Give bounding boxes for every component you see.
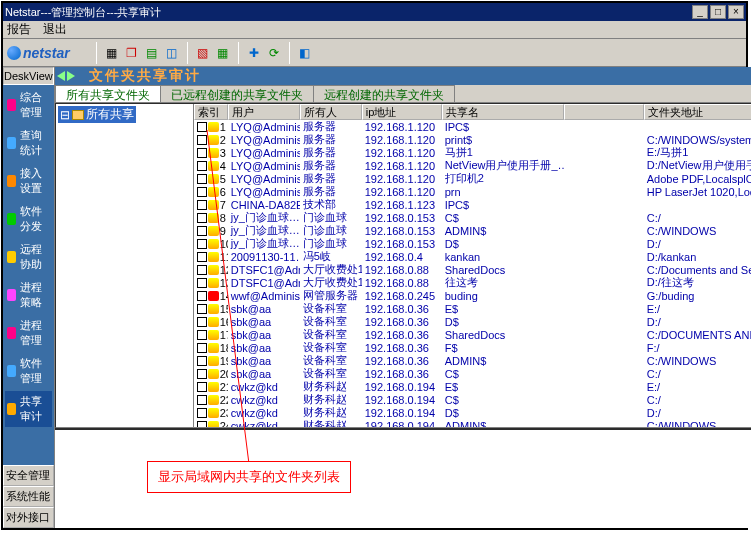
- column-header-2[interactable]: 所有人: [300, 104, 362, 120]
- row-checkbox[interactable]: [197, 161, 207, 171]
- toolbar-btn-5[interactable]: ▧: [194, 44, 212, 62]
- cell-share: C$: [442, 394, 564, 406]
- row-checkbox[interactable]: [197, 213, 207, 223]
- cell-ip: 192.168.1.120: [362, 173, 442, 185]
- row-checkbox[interactable]: [197, 135, 207, 145]
- row-checkbox[interactable]: [197, 148, 207, 158]
- cell-user: DTSFC1@Admi…: [228, 264, 300, 276]
- nav-left-icon[interactable]: [57, 71, 65, 81]
- row-checkbox[interactable]: [197, 343, 207, 353]
- cell-ip: 192.168.0.194: [362, 394, 442, 406]
- row-icon: [208, 148, 219, 158]
- row-checkbox[interactable]: [197, 317, 207, 327]
- row-checkbox[interactable]: [197, 174, 207, 184]
- row-checkbox[interactable]: [197, 408, 207, 418]
- sidebar-item-8[interactable]: 共享审计: [5, 391, 52, 427]
- row-checkbox[interactable]: [197, 239, 207, 249]
- table-row[interactable]: 16sbk@aa设备科室192.168.0.36D$D:/: [194, 315, 751, 328]
- cell-path: HP LaserJet 1020,LocalsplOnly: [644, 186, 751, 198]
- row-checkbox[interactable]: [197, 200, 207, 210]
- row-icon: [208, 187, 219, 197]
- nav-right-icon[interactable]: [67, 71, 75, 81]
- sidebar-item-1[interactable]: 查询统计: [5, 125, 52, 161]
- table-row[interactable]: 15sbk@aa设备科室192.168.0.36E$E:/: [194, 302, 751, 315]
- tab-1[interactable]: 已远程创建的共享文件夹: [160, 85, 314, 102]
- table-row[interactable]: 5LYQ@Adminis…服务器192.168.1.120打印机2Adobe P…: [194, 172, 751, 185]
- cell-ip: 192.168.0.245: [362, 290, 442, 302]
- sidebar-item-3[interactable]: 软件分发: [5, 201, 52, 237]
- cell-path: D:/往这考: [644, 275, 751, 290]
- row-checkbox[interactable]: [197, 395, 207, 405]
- row-checkbox[interactable]: [197, 122, 207, 132]
- row-checkbox[interactable]: [197, 421, 207, 428]
- row-checkbox[interactable]: [197, 304, 207, 314]
- table-row[interactable]: 10jy_门诊血球…门诊血球192.168.0.153D$D:/: [194, 237, 751, 250]
- sidebar-item-2[interactable]: 接入设置: [5, 163, 52, 199]
- table-row[interactable]: 18sbk@aa设备科室192.168.0.36F$F:/: [194, 341, 751, 354]
- column-header-3[interactable]: ip地址: [362, 104, 442, 120]
- toolbar-btn-1[interactable]: ▦: [103, 44, 121, 62]
- row-icon: [208, 408, 219, 418]
- toolbar-btn-6[interactable]: ▦: [214, 44, 232, 62]
- row-checkbox[interactable]: [197, 226, 207, 236]
- tab-0[interactable]: 所有共享文件夹: [55, 85, 161, 102]
- column-header-0[interactable]: 索引: [194, 104, 228, 120]
- column-header-6[interactable]: 文件夹地址: [644, 104, 751, 120]
- table-row[interactable]: 1LYQ@Adminis…服务器192.168.1.120IPC$: [194, 120, 751, 133]
- maximize-button[interactable]: □: [710, 5, 726, 19]
- table-row[interactable]: 23cwkz@kd财务科赵192.168.0.194D$D:/: [194, 406, 751, 419]
- column-header-4[interactable]: 共享名: [442, 104, 564, 120]
- sidebar-bottom-btn-1[interactable]: 系统性能: [3, 486, 54, 507]
- row-checkbox[interactable]: [197, 265, 207, 275]
- table-row[interactable]: 1120091130-11…冯5岐192.168.0.4kankanD:/kan…: [194, 250, 751, 263]
- tree-root[interactable]: ⊟ 所有共享: [58, 106, 136, 123]
- sidebar-item-6[interactable]: 进程管理: [5, 315, 52, 351]
- toolbar-btn-9[interactable]: ◧: [296, 44, 314, 62]
- sidebar-item-7[interactable]: 软件管理: [5, 353, 52, 389]
- row-checkbox[interactable]: [197, 356, 207, 366]
- menu-exit[interactable]: 退出: [43, 21, 67, 38]
- table-row[interactable]: 6LYQ@Adminis…服务器192.168.1.120prnHP Laser…: [194, 185, 751, 198]
- row-checkbox[interactable]: [197, 382, 207, 392]
- sidebar-bottom-btn-0[interactable]: 安全管理: [3, 465, 54, 486]
- sidebar-item-0[interactable]: 综合管理: [5, 87, 52, 123]
- toolbar-btn-2[interactable]: ❐: [123, 44, 141, 62]
- table-row[interactable]: 14wwf@Adminis…网管服务器192.168.0.245budingG:…: [194, 289, 751, 302]
- sidebar-item-4[interactable]: 远程协助: [5, 239, 52, 275]
- column-header-5[interactable]: [564, 104, 644, 120]
- table-row[interactable]: 20sbk@aa设备科室192.168.0.36C$C:/: [194, 367, 751, 380]
- sidebar-item-5[interactable]: 进程策略: [5, 277, 52, 313]
- cell-ip: 192.168.1.123: [362, 199, 442, 211]
- row-checkbox[interactable]: [197, 187, 207, 197]
- row-checkbox[interactable]: [197, 278, 207, 288]
- row-checkbox[interactable]: [197, 369, 207, 379]
- toolbar-btn-4[interactable]: ◫: [163, 44, 181, 62]
- row-icon: [208, 226, 219, 236]
- table-row[interactable]: 19sbk@aa设备科室192.168.0.36ADMIN$C:/WINDOWS: [194, 354, 751, 367]
- menu-report[interactable]: 报告: [7, 21, 31, 38]
- minimize-button[interactable]: _: [692, 5, 708, 19]
- tab-2[interactable]: 远程创建的共享文件夹: [313, 85, 455, 102]
- page-title: 文件夹共享审计: [85, 67, 751, 85]
- toolbar-btn-8[interactable]: ⟳: [265, 44, 283, 62]
- table-row[interactable]: 22cwkz@kd财务科赵192.168.0.194C$C:/: [194, 393, 751, 406]
- sidebar-icon: [7, 213, 16, 225]
- close-button[interactable]: ×: [728, 5, 744, 19]
- row-checkbox[interactable]: [197, 330, 207, 340]
- sidebar-icon: [7, 175, 16, 187]
- cell-user: sbk@aa: [228, 316, 300, 328]
- cell-share: D$: [442, 238, 564, 250]
- table-row[interactable]: 13DTSFC1@Admi…大厅收费处1192.168.0.88往这考D:/往这…: [194, 276, 751, 289]
- row-icon: [208, 135, 219, 145]
- sidebar-header[interactable]: DeskView: [3, 67, 54, 85]
- row-checkbox[interactable]: [197, 291, 207, 301]
- cell-user: cwkz@kd: [228, 407, 300, 419]
- row-checkbox[interactable]: [197, 252, 207, 262]
- table-row[interactable]: 24cwkz@kd财务科赵192.168.0.194ADMIN$C:/WINDO…: [194, 419, 751, 427]
- toolbar-btn-3[interactable]: ▤: [143, 44, 161, 62]
- table-row[interactable]: 21cwkz@kd财务科赵192.168.0.194E$E:/: [194, 380, 751, 393]
- column-header-1[interactable]: 用户: [228, 104, 300, 120]
- sidebar-bottom-btn-2[interactable]: 对外接口: [3, 507, 54, 528]
- toolbar-btn-7[interactable]: ✚: [245, 44, 263, 62]
- table-row[interactable]: 17sbk@aa设备科室192.168.0.36SharedDocsC:/DOC…: [194, 328, 751, 341]
